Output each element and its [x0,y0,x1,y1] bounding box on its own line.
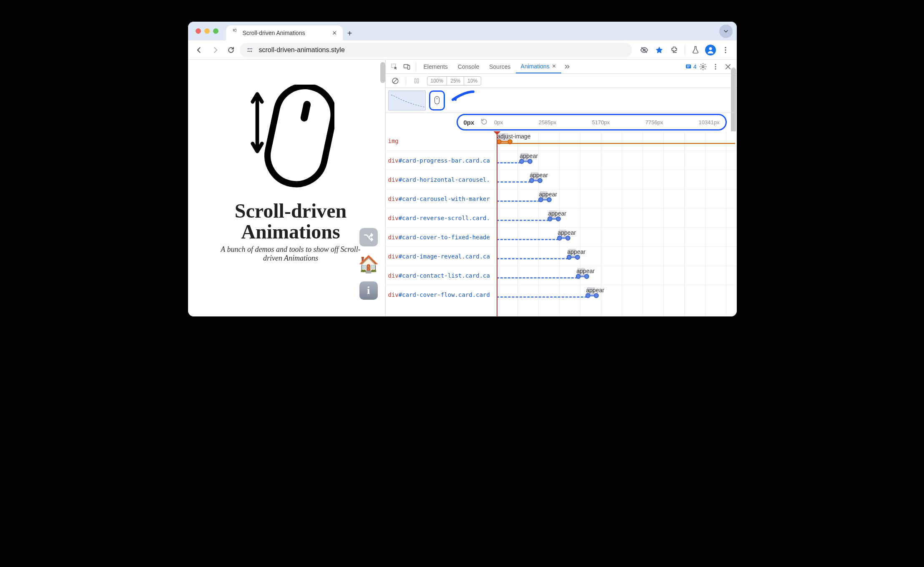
timeline-lane[interactable]: appear [497,151,735,170]
timeline-lane[interactable]: appear [497,228,735,246]
tab-sources[interactable]: Sources [484,60,515,73]
keyframe-segment[interactable] [538,198,552,201]
element-selector: div#card-image-reveal.card.ca [386,253,497,260]
animation-name-label: appear [539,191,557,198]
tab-animations[interactable]: Animations× [516,60,561,73]
animation-row[interactable]: div#card-progress-bar.card.caappear [386,151,737,170]
tab-console[interactable]: Console [453,60,484,73]
svg-point-21 [715,66,716,67]
svg-rect-26 [417,78,418,83]
devtools-menu-icon[interactable] [709,60,722,73]
tab-close-icon[interactable]: × [332,29,337,37]
animation-row[interactable]: div#card-reverse-scroll.card.appear [386,208,737,227]
site-logo [209,85,373,189]
animation-name-label: appear [548,210,567,217]
more-tabs-icon[interactable] [561,60,574,73]
address-bar[interactable]: scroll-driven-animations.style [240,43,632,57]
animation-list: imgadjust-imagediv#card-progress-bar.car… [386,131,737,316]
issues-badge[interactable]: 4 [685,63,697,70]
clear-all-icon[interactable] [389,75,402,87]
svg-point-22 [715,68,716,69]
svg-rect-16 [686,64,691,68]
page-scrollbar[interactable] [380,62,385,83]
maximize-window-button[interactable] [213,28,218,34]
close-window-button[interactable] [196,28,201,34]
page-subtitle: A bunch of demos and tools to show off S… [220,245,362,263]
timeline-lane[interactable]: appear [497,170,735,189]
browser-toolbar: scroll-driven-animations.style [188,40,737,60]
svg-point-4 [251,50,252,52]
shuffle-button[interactable] [359,228,378,246]
keyframe-segment[interactable] [585,294,599,297]
element-selector: div#card-progress-bar.card.ca [386,157,497,164]
svg-rect-17 [687,65,690,66]
playhead[interactable] [497,131,497,316]
element-selector: div#card-cover-flow.card.card [386,291,497,298]
timeline-lane[interactable]: appear [497,285,735,304]
timeline-lane[interactable]: appear [497,208,735,227]
tab-title: Scroll-driven Animations [243,30,305,36]
inspect-element-icon[interactable] [388,60,401,73]
close-icon[interactable]: × [552,62,556,70]
reload-button[interactable] [224,43,238,57]
minimize-window-button[interactable] [204,28,210,34]
svg-rect-18 [687,67,689,67]
timeline-lane[interactable]: appear [497,266,735,285]
playback-speed-group[interactable]: 100% 25% 10% [427,76,482,85]
content-split: Scroll-drivenAnimations A bunch of demos… [188,60,737,316]
home-emoji-button[interactable]: 🏠 [359,255,378,273]
extensions-icon[interactable] [667,43,681,57]
site-settings-icon[interactable] [245,46,255,54]
new-tab-button[interactable]: + [343,26,357,40]
forward-button[interactable] [208,43,222,57]
svg-point-2 [247,48,249,49]
back-button[interactable] [192,43,206,57]
eye-off-icon[interactable] [637,43,651,57]
timeline-lane[interactable]: adjust-image [497,131,735,151]
keyframe-segment[interactable] [519,160,532,163]
page-title: Scroll-drivenAnimations [209,201,373,243]
timeline-scrubber: 0px 0px 2585px 5170px 7756px 10341px [386,113,737,131]
keyframe-segment[interactable] [529,179,542,182]
timeline-ticks: 0px 2585px 5170px 7756px 10341px [494,119,719,125]
labs-icon[interactable] [688,43,703,57]
animation-name-label: adjust-image [497,133,531,140]
browser-window: Scroll-driven Animations × + scroll-driv… [188,22,737,316]
svg-rect-27 [434,96,439,104]
tab-elements[interactable]: Elements [419,60,453,73]
keyframe-segment[interactable] [567,256,580,258]
animation-row[interactable]: div#card-cover-flow.card.cardappear [386,285,737,304]
settings-gear-icon[interactable] [697,60,709,73]
bookmark-star-icon[interactable] [652,43,666,57]
profile-avatar[interactable] [703,43,718,57]
keyframe-segment[interactable] [497,140,512,143]
svg-rect-0 [234,29,236,31]
info-button[interactable]: i [359,281,378,300]
svg-point-20 [715,64,716,65]
animation-name-label: appear [530,172,548,178]
timeline-lane[interactable]: appear [497,189,735,208]
animation-row[interactable]: div#card-cover-to-fixed-headeappear [386,227,737,246]
animation-row[interactable]: div#card-image-reveal.card.caappear [386,246,737,266]
element-selector: div#card-cover-to-fixed-heade [386,234,497,241]
browser-tab[interactable]: Scroll-driven Animations × [226,25,343,40]
page-viewport[interactable]: Scroll-drivenAnimations A bunch of demos… [188,60,385,316]
animation-name-label: appear [558,229,576,236]
device-toolbar-icon[interactable] [401,60,413,73]
scrubber-position: 0px [464,119,475,126]
window-dropdown-button[interactable] [719,25,733,38]
animation-row[interactable]: imgadjust-image [386,131,737,151]
replay-icon[interactable] [480,118,488,127]
keyframe-segment[interactable] [557,237,570,239]
chrome-menu-icon[interactable] [718,43,733,57]
animation-row[interactable]: div#card-carousel-with-markerappear [386,189,737,208]
group-preview-thumbnail[interactable] [388,90,426,110]
scroll-driven-badge[interactable] [429,90,445,110]
svg-point-9 [725,49,726,50]
timeline-lane[interactable]: appear [497,247,735,266]
pause-all-icon[interactable] [410,75,423,87]
animation-row[interactable]: div#card-contact-list.card.caappear [386,266,737,285]
animation-row[interactable]: div#card-horizontal-carousel.appear [386,170,737,189]
keyframe-segment[interactable] [576,275,589,278]
keyframe-segment[interactable] [547,218,561,220]
